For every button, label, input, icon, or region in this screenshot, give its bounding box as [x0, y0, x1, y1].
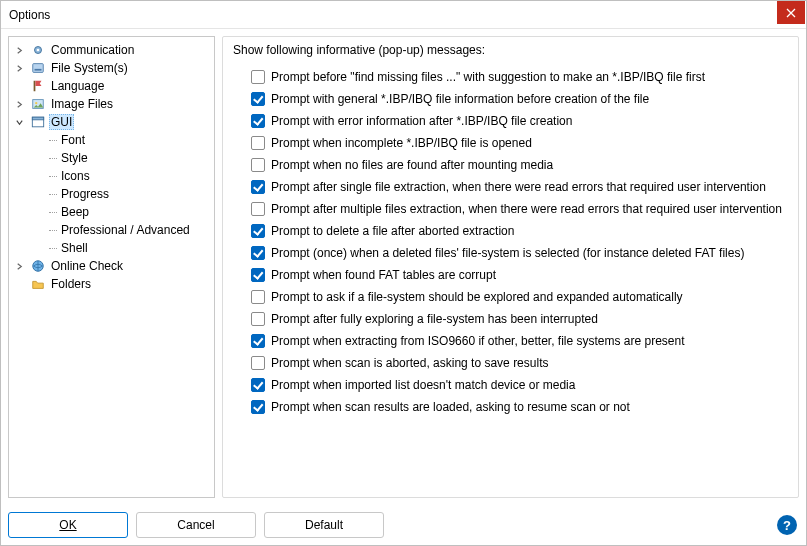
checkbox[interactable]	[251, 400, 265, 414]
tree-item-pro[interactable]: Professional / Advanced	[11, 221, 212, 239]
svg-point-6	[35, 102, 37, 104]
body: CommunicationFile System(s) LanguageImag…	[1, 29, 806, 505]
gear-icon	[30, 42, 46, 58]
checkbox[interactable]	[251, 202, 265, 216]
image-icon	[30, 96, 46, 112]
option-row: Prompt after multiple files extraction, …	[251, 199, 788, 219]
checkbox[interactable]	[251, 334, 265, 348]
nav-tree[interactable]: CommunicationFile System(s) LanguageImag…	[8, 36, 215, 498]
disk-icon	[30, 60, 46, 76]
tree-item-beep[interactable]: Beep	[11, 203, 212, 221]
checkbox-label[interactable]: Prompt before "find missing files ..." w…	[271, 70, 705, 84]
tree-item-style[interactable]: Style	[11, 149, 212, 167]
chevron-right-icon[interactable]	[15, 64, 27, 73]
cancel-button[interactable]: Cancel	[136, 512, 256, 538]
help-button[interactable]: ?	[777, 515, 797, 535]
checkbox[interactable]	[251, 224, 265, 238]
tree-item-gui[interactable]: GUI	[11, 113, 212, 131]
option-row: Prompt when no files are found after mou…	[251, 155, 788, 175]
close-icon	[786, 8, 796, 18]
tree-item-label: Progress	[59, 187, 111, 201]
checkbox[interactable]	[251, 158, 265, 172]
checkbox-label[interactable]: Prompt when scan is aborted, asking to s…	[271, 356, 548, 370]
checkbox-label[interactable]: Prompt when incomplete *.IBP/IBQ file is…	[271, 136, 532, 150]
tree-item-label: Language	[49, 79, 106, 93]
checkbox[interactable]	[251, 356, 265, 370]
checkbox-list: Prompt before "find missing files ..." w…	[233, 67, 788, 417]
option-row: Prompt to ask if a file-system should be…	[251, 287, 788, 307]
window-icon	[30, 114, 46, 130]
group-title: Show following informative (pop-up) mess…	[233, 43, 788, 57]
checkbox[interactable]	[251, 246, 265, 260]
checkbox[interactable]	[251, 290, 265, 304]
tree-item-filesystems[interactable]: File System(s)	[11, 59, 212, 77]
option-row: Prompt with general *.IBP/IBQ file infor…	[251, 89, 788, 109]
option-row: Prompt after single file extraction, whe…	[251, 177, 788, 197]
checkbox-label[interactable]: Prompt when found FAT tables are corrupt	[271, 268, 496, 282]
tree-item-label: File System(s)	[49, 61, 130, 75]
titlebar: Options	[1, 1, 806, 29]
checkbox-label[interactable]: Prompt when imported list doesn't match …	[271, 378, 575, 392]
ok-button[interactable]: OK	[8, 512, 128, 538]
tree-item-label: Professional / Advanced	[59, 223, 192, 237]
checkbox[interactable]	[251, 312, 265, 326]
settings-panel: Show following informative (pop-up) mess…	[222, 36, 799, 498]
option-row: Prompt when incomplete *.IBP/IBQ file is…	[251, 133, 788, 153]
chevron-right-icon[interactable]	[15, 262, 27, 271]
tree-item-label: Icons	[59, 169, 92, 183]
checkbox-label[interactable]: Prompt after multiple files extraction, …	[271, 202, 782, 216]
folder-icon	[30, 276, 46, 292]
option-row: Prompt to delete a file after aborted ex…	[251, 221, 788, 241]
checkbox-label[interactable]: Prompt to ask if a file-system should be…	[271, 290, 683, 304]
footer: OK Cancel Default ?	[1, 505, 806, 545]
tree-item-label: Shell	[59, 241, 90, 255]
tree-item-communication[interactable]: Communication	[11, 41, 212, 59]
tree-item-label: Communication	[49, 43, 136, 57]
svg-rect-2	[33, 64, 44, 73]
tree-item-label: Online Check	[49, 259, 125, 273]
option-row: Prompt when imported list doesn't match …	[251, 375, 788, 395]
checkbox[interactable]	[251, 114, 265, 128]
tree-item-progress[interactable]: Progress	[11, 185, 212, 203]
close-button[interactable]	[777, 1, 805, 24]
options-window: Options CommunicationFile System(s) Lang…	[0, 0, 807, 546]
checkbox-label[interactable]: Prompt after fully exploring a file-syst…	[271, 312, 598, 326]
checkbox[interactable]	[251, 378, 265, 392]
tree-item-icons[interactable]: Icons	[11, 167, 212, 185]
option-row: Prompt when extracting from ISO9660 if o…	[251, 331, 788, 351]
option-row: Prompt (once) when a deleted files' file…	[251, 243, 788, 263]
chevron-right-icon[interactable]	[15, 100, 27, 109]
default-button[interactable]: Default	[264, 512, 384, 538]
chevron-down-icon[interactable]	[15, 118, 27, 127]
tree-item-online[interactable]: Online Check	[11, 257, 212, 275]
checkbox[interactable]	[251, 268, 265, 282]
option-row: Prompt after fully exploring a file-syst…	[251, 309, 788, 329]
checkbox-label[interactable]: Prompt after single file extraction, whe…	[271, 180, 766, 194]
checkbox-label[interactable]: Prompt to delete a file after aborted ex…	[271, 224, 514, 238]
option-row: Prompt with error information after *.IB…	[251, 111, 788, 131]
globe-icon	[30, 258, 46, 274]
tree-item-label: Folders	[49, 277, 93, 291]
tree-item-shell[interactable]: Shell	[11, 239, 212, 257]
window-title: Options	[9, 8, 50, 22]
flag-icon	[30, 78, 46, 94]
svg-rect-8	[32, 117, 43, 120]
checkbox-label[interactable]: Prompt (once) when a deleted files' file…	[271, 246, 744, 260]
checkbox[interactable]	[251, 70, 265, 84]
checkbox-label[interactable]: Prompt when extracting from ISO9660 if o…	[271, 334, 685, 348]
tree-item-imagefiles[interactable]: Image Files	[11, 95, 212, 113]
tree-item-language[interactable]: Language	[11, 77, 212, 95]
checkbox-label[interactable]: Prompt when no files are found after mou…	[271, 158, 553, 172]
option-row: Prompt when found FAT tables are corrupt	[251, 265, 788, 285]
checkbox-label[interactable]: Prompt with error information after *.IB…	[271, 114, 572, 128]
ok-label: OK	[59, 518, 76, 532]
checkbox-label[interactable]: Prompt with general *.IBP/IBQ file infor…	[271, 92, 649, 106]
option-row: Prompt when scan is aborted, asking to s…	[251, 353, 788, 373]
checkbox[interactable]	[251, 180, 265, 194]
checkbox[interactable]	[251, 136, 265, 150]
chevron-right-icon[interactable]	[15, 46, 27, 55]
tree-item-folders[interactable]: Folders	[11, 275, 212, 293]
checkbox[interactable]	[251, 92, 265, 106]
tree-item-font[interactable]: Font	[11, 131, 212, 149]
checkbox-label[interactable]: Prompt when scan results are loaded, ask…	[271, 400, 630, 414]
